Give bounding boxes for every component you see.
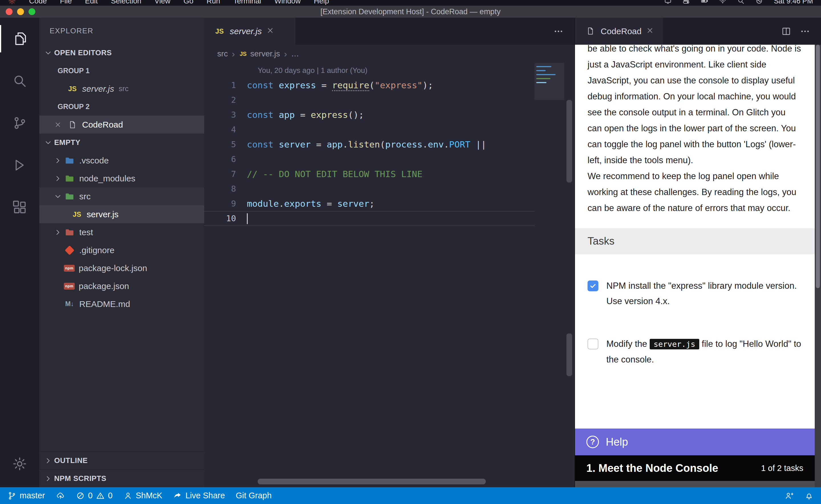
- macos-menubar: CodeFileEditSelectionViewGoRunTerminalWi…: [0, 0, 821, 6]
- close-tab-icon[interactable]: [266, 26, 276, 36]
- menu-code[interactable]: Code: [29, 0, 47, 5]
- status-publish[interactable]: [56, 491, 65, 500]
- open-editor-server-js[interactable]: JSserver.jssrc: [39, 80, 204, 98]
- activity-source-control[interactable]: [0, 102, 39, 144]
- menu-help[interactable]: Help: [314, 0, 329, 5]
- menu-selection[interactable]: Selection: [111, 0, 141, 5]
- status-invite-participants[interactable]: [785, 491, 794, 500]
- editor-label: server.js: [82, 84, 114, 94]
- menu-window[interactable]: Window: [274, 0, 301, 5]
- menu-view[interactable]: View: [154, 0, 170, 5]
- titlebar: [Extension Development Host] - CodeRoad …: [0, 6, 821, 18]
- tree-item-readme-md[interactable]: M↓README.md: [39, 295, 204, 313]
- chevron-slot: [52, 282, 64, 291]
- breadcrumbs[interactable]: src›JSserver.js›…: [204, 45, 574, 63]
- task-checkbox[interactable]: [587, 280, 598, 291]
- menubar-status-area: Sat 9:46 PM: [664, 0, 813, 5]
- webview-scrollbar-thumb[interactable]: [816, 45, 820, 288]
- file-tree: .vscodenode_modulessrcJSserver.jstest.gi…: [39, 151, 204, 313]
- tree-item-label: package-lock.json: [79, 263, 147, 273]
- status-notifications[interactable]: [804, 491, 814, 500]
- menu-edit[interactable]: Edit: [85, 0, 98, 5]
- open-editor-coderoad[interactable]: CodeRoad: [39, 116, 204, 134]
- split-editor-icon[interactable]: [781, 26, 791, 36]
- menu-run[interactable]: Run: [207, 0, 220, 5]
- section-outline[interactable]: OUTLINE: [39, 451, 204, 469]
- section-workspace-empty[interactable]: EMPTY: [39, 134, 204, 151]
- gitlens-blame-annotation: You, 20 days ago | 1 author (You): [204, 63, 574, 78]
- tree-item-test[interactable]: test: [39, 223, 204, 241]
- status-label: ShMcK: [136, 491, 162, 500]
- tree-item-package-json[interactable]: npmpackage.json: [39, 277, 204, 295]
- editor-overview-ruler-marker: [566, 333, 572, 376]
- activity-manage[interactable]: [0, 443, 39, 485]
- tab-coderoad[interactable]: CodeRoad: [575, 18, 663, 45]
- tab-file-icon: [585, 25, 596, 37]
- tree-item-node-modules[interactable]: node_modules: [39, 169, 204, 187]
- menu-terminal[interactable]: Terminal: [233, 0, 261, 5]
- run-debug-icon: [12, 157, 27, 173]
- activity-extensions[interactable]: [0, 186, 39, 228]
- status-git-graph[interactable]: Git Graph: [236, 491, 272, 500]
- more-icon[interactable]: [553, 26, 563, 36]
- section-open-editors[interactable]: OPEN EDITORS: [39, 44, 204, 62]
- tree-item-package-lock-json[interactable]: npmpackage-lock.json: [39, 259, 204, 277]
- editor-vertical-scrollbar-thumb[interactable]: [566, 100, 572, 183]
- close-editor-icon[interactable]: [54, 120, 67, 129]
- help-bar[interactable]: ? Help: [575, 429, 815, 455]
- js-file-icon: JS: [239, 50, 248, 58]
- activity-explorer[interactable]: [0, 18, 39, 60]
- folder-vscode-icon: [64, 155, 75, 166]
- breadcrumb-server-js[interactable]: JSserver.js: [239, 49, 280, 58]
- markdown-file-icon: M↓: [64, 298, 75, 310]
- vscode-window: CodeFileEditSelectionViewGoRunTerminalWi…: [0, 0, 821, 504]
- line-number: 5: [204, 140, 247, 149]
- chevron-down-icon: [52, 192, 64, 201]
- activity-bar-top: [0, 18, 39, 228]
- tab-server-js[interactable]: JS server.js: [204, 18, 295, 45]
- editor-horizontal-scrollbar-thumb[interactable]: [258, 479, 486, 484]
- section-npm-scripts[interactable]: NPM SCRIPTS: [39, 469, 204, 487]
- line-number: 3: [204, 110, 247, 120]
- minimize-window-button[interactable]: [17, 8, 24, 15]
- status-account-shmck[interactable]: ShMcK: [123, 491, 162, 500]
- code-line-4: 4: [204, 122, 534, 137]
- person-icon: [123, 491, 132, 500]
- control-center-icon: [683, 0, 690, 5]
- chevron-right-icon: [52, 174, 64, 183]
- open-editors-group-group-1: GROUP 1: [39, 62, 204, 80]
- menubar-clock[interactable]: Sat 9:46 PM: [774, 0, 813, 5]
- minimap[interactable]: [536, 65, 562, 86]
- tree-item-gitignore[interactable]: .gitignore: [39, 241, 204, 259]
- more-icon[interactable]: [800, 26, 810, 36]
- tree-item-src[interactable]: src: [39, 187, 204, 205]
- tree-item-vscode[interactable]: .vscode: [39, 151, 204, 169]
- workspace-label: EMPTY: [54, 138, 80, 147]
- status-problems[interactable]: 00: [76, 491, 113, 500]
- status-live-share[interactable]: Live Share: [173, 491, 225, 500]
- tutorial-paragraph: be able to check what's going on in your…: [587, 45, 802, 168]
- task-checkbox[interactable]: [587, 339, 598, 349]
- line-number: 10: [204, 214, 247, 223]
- tree-item-label: .vscode: [79, 156, 109, 165]
- breadcrumb-[interactable]: …: [291, 49, 299, 58]
- menu-file[interactable]: File: [60, 0, 72, 5]
- close-tab-icon[interactable]: [646, 26, 656, 36]
- menu-go[interactable]: Go: [183, 0, 193, 5]
- zoom-window-button[interactable]: [28, 8, 35, 15]
- line-number: 2: [204, 95, 247, 105]
- close-window-button[interactable]: [6, 8, 13, 15]
- lesson-title: 1. Meet the Node Console: [586, 462, 718, 474]
- minimap-slider[interactable]: [534, 63, 564, 100]
- activity-search[interactable]: [0, 60, 39, 102]
- code-editor[interactable]: You, 20 days ago | 1 author (You) 1const…: [204, 63, 574, 487]
- wifi-icon: [719, 0, 726, 5]
- status-branch[interactable]: master: [7, 491, 45, 500]
- menubar-app-icon[interactable]: [8, 0, 16, 5]
- activity-run-debug[interactable]: [0, 144, 39, 186]
- tree-item-server-js[interactable]: JSserver.js: [39, 205, 204, 223]
- webview-scrollbar[interactable]: [815, 45, 821, 487]
- coderoad-panel: CodeRoad be able to check what's going o…: [574, 18, 821, 487]
- breadcrumb-src[interactable]: src: [217, 49, 228, 58]
- task-item-2: Modify the server.js file to log "Hello …: [575, 336, 815, 367]
